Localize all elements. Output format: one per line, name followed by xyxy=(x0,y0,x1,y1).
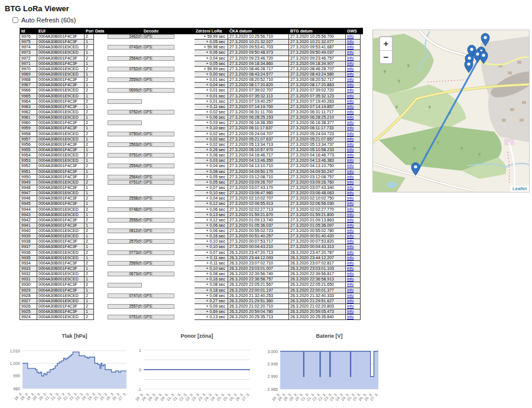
info-link[interactable]: info xyxy=(347,50,353,54)
cell-gws: info xyxy=(346,261,361,266)
info-link[interactable]: info xyxy=(347,153,353,157)
map-building xyxy=(510,108,514,111)
info-link[interactable]: info xyxy=(347,185,353,190)
cell-btg-datum: 27.3.2020 00:55:02.780 xyxy=(289,229,346,234)
info-link[interactable]: info xyxy=(347,40,353,44)
info-link[interactable]: info xyxy=(347,137,353,141)
info-link[interactable]: info xyxy=(347,83,353,87)
gps-decode-link[interactable]: GPS: xyxy=(142,175,174,179)
gps-decode-link[interactable]: GPS: xyxy=(142,207,174,212)
cell-spacer xyxy=(176,72,194,77)
info-link[interactable]: info xyxy=(347,256,353,260)
gps-decode-link[interactable]: GPS: xyxy=(142,45,174,50)
info-link[interactable]: info xyxy=(347,105,353,109)
cell-btg-datum: 27.3.2020 02:10:02.750 xyxy=(289,196,346,201)
gps-decode-link[interactable]: GPS: xyxy=(142,261,174,266)
info-link[interactable]: info xyxy=(347,142,353,146)
info-link[interactable]: info xyxy=(347,132,353,136)
cell-id: 9940 xyxy=(20,229,37,234)
info-link[interactable]: info xyxy=(347,250,353,254)
info-link[interactable]: info xyxy=(347,169,353,174)
gps-decode-link[interactable]: GPS: xyxy=(142,142,174,147)
cell-decode: GPS: xyxy=(142,34,176,40)
gps-decode-link[interactable]: GPS: xyxy=(142,272,174,276)
info-link[interactable]: info xyxy=(347,315,353,319)
gps-decode-link[interactable]: GPS: xyxy=(142,88,174,93)
gps-decode-link[interactable]: GPS: xyxy=(142,180,174,185)
cell-decode xyxy=(142,201,176,207)
cell-port: 1 xyxy=(85,223,94,229)
info-link[interactable]: info xyxy=(347,299,353,303)
info-link[interactable]: info xyxy=(347,61,353,66)
info-link[interactable]: info xyxy=(347,261,353,265)
info-link[interactable]: info xyxy=(347,229,353,233)
cell-lora-delay: + 59,98 sec xyxy=(194,45,228,50)
info-link[interactable]: info xyxy=(347,223,353,227)
info-link[interactable]: info xyxy=(347,201,353,205)
info-link[interactable]: info xyxy=(347,266,353,270)
info-link[interactable]: info xyxy=(347,218,353,222)
info-link[interactable]: info xyxy=(347,115,353,119)
info-link[interactable]: info xyxy=(347,126,353,130)
cell-gws: info xyxy=(346,244,361,250)
cell-spacer xyxy=(176,175,194,180)
info-link[interactable]: info xyxy=(347,191,353,195)
gps-decode-link[interactable]: GPS: xyxy=(142,132,174,136)
info-link[interactable]: info xyxy=(347,120,353,125)
info-link[interactable]: info xyxy=(347,196,353,200)
gps-decode-link[interactable]: GPS: xyxy=(142,196,174,201)
cell-lora-delay: + 0,16 sec xyxy=(194,234,228,239)
auto-refresh-checkbox[interactable] xyxy=(12,17,18,23)
table-row: 99470004A30B001E9CED1+ 0,10 sec27.3.2020… xyxy=(20,191,363,196)
gps-decode-link[interactable]: GPS: xyxy=(142,315,174,319)
info-link[interactable]: info xyxy=(347,282,353,286)
info-link[interactable]: info xyxy=(347,34,353,38)
info-link[interactable]: info xyxy=(347,244,353,249)
info-link[interactable]: info xyxy=(347,272,353,276)
gps-decode-link[interactable]: GPS: xyxy=(142,229,174,233)
auto-refresh-label[interactable]: Auto Refresh (60s) xyxy=(21,17,76,24)
info-link[interactable]: info xyxy=(347,158,353,162)
gps-decode-link[interactable]: GPS: xyxy=(142,304,174,309)
gps-decode-link[interactable]: GPS: xyxy=(142,56,174,61)
gps-decode-link[interactable]: GPS: xyxy=(142,153,174,158)
table-row: 99460004A30B001F4C3F22558cfGPS:+ 0,04 se… xyxy=(20,196,363,201)
info-link[interactable]: info xyxy=(347,207,353,211)
info-link[interactable]: info xyxy=(347,148,353,152)
gps-decode-link[interactable]: GPS: xyxy=(142,239,174,244)
cell-port: 1 xyxy=(85,158,94,164)
gps-decode-link[interactable]: GPS: xyxy=(142,164,174,168)
info-link[interactable]: info xyxy=(347,175,353,179)
gps-decode-link[interactable]: GPS: xyxy=(142,67,174,71)
info-link[interactable]: info xyxy=(347,309,353,314)
info-link[interactable]: info xyxy=(347,56,353,60)
info-link[interactable]: info xyxy=(347,180,353,184)
info-link[interactable]: info xyxy=(347,277,353,281)
info-link[interactable]: info xyxy=(347,94,353,98)
info-link[interactable]: info xyxy=(347,67,353,71)
cell-gws: info xyxy=(346,213,361,218)
info-link[interactable]: info xyxy=(347,45,353,49)
info-link[interactable]: info xyxy=(347,164,353,168)
zoom-out-button[interactable]: − xyxy=(380,51,392,64)
info-link[interactable]: info xyxy=(347,88,353,92)
zoom-in-button[interactable]: + xyxy=(380,37,392,50)
info-link[interactable]: info xyxy=(347,234,353,238)
info-link[interactable]: info xyxy=(347,99,353,103)
info-link[interactable]: info xyxy=(347,72,353,76)
gps-decode-link[interactable]: GPS: xyxy=(142,110,174,115)
info-link[interactable]: info xyxy=(347,213,353,217)
info-link[interactable]: info xyxy=(347,110,353,114)
gps-decode-link[interactable]: GPS: xyxy=(142,77,174,82)
info-link[interactable]: info xyxy=(347,239,353,243)
gps-decode-link[interactable]: GPS: xyxy=(142,293,174,298)
gps-decode-link[interactable]: GPS: xyxy=(142,218,174,223)
gps-decode-link[interactable]: GPS: xyxy=(142,250,174,255)
info-link[interactable]: info xyxy=(347,304,353,308)
leaflet-attribution[interactable]: Leaflet xyxy=(510,185,529,192)
info-link[interactable]: info xyxy=(347,288,353,292)
leaflet-map[interactable]: + − Leaflet xyxy=(372,30,530,192)
info-link[interactable]: info xyxy=(347,77,353,81)
info-link[interactable]: info xyxy=(347,293,353,298)
gps-decode-link[interactable]: GPS: xyxy=(142,34,174,39)
